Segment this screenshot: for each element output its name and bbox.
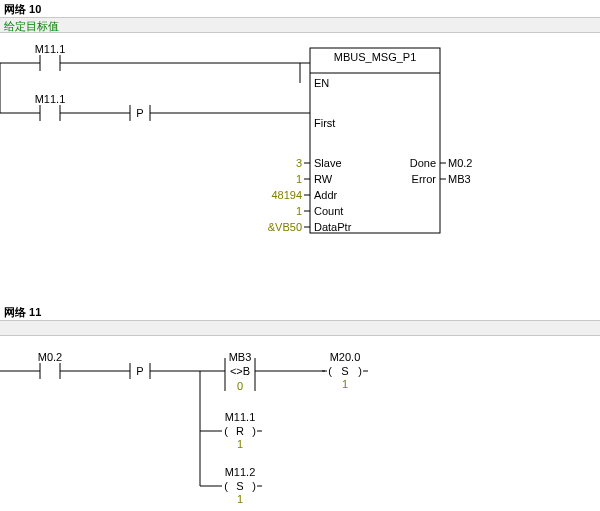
coil-r-label: M11.1 [225,411,256,423]
pin-slave: Slave [314,157,342,169]
val-done: M0.2 [448,157,472,169]
contact-first[interactable]: M11.1 [35,93,66,121]
cmp-op: <>B [230,365,250,377]
edge-p-2[interactable]: P [130,363,150,379]
svg-text:): ) [252,480,256,492]
contact-m02[interactable]: M0.2 [38,351,62,379]
pin-first: First [314,117,335,129]
coil-r-type: R [236,425,244,437]
pin-en: EN [314,77,329,89]
pin-error: Error [412,173,437,185]
coil-s-m112[interactable]: M11.2 ( S ) 1 [224,466,262,505]
coil-s2-type: S [236,480,243,492]
pin-count: Count [314,205,343,217]
svg-text:): ) [252,425,256,437]
coil-r-count: 1 [237,438,243,450]
coil-s-m20-count: 1 [342,378,348,390]
coil-s-m20-label: M20.0 [330,351,361,363]
contact-en[interactable]: M11.1 [35,43,66,71]
fb-mbus-msg[interactable]: MBUS_MSG_P1 EN First Slave RW Addr Count… [268,48,473,233]
coil-s2-label: M11.2 [225,466,256,478]
pin-done: Done [410,157,436,169]
rung-10: M11.1 M11.1 P [0,33,600,273]
fb-name: MBUS_MSG_P1 [334,51,417,63]
val-addr: 48194 [271,189,302,201]
network-comment[interactable] [0,320,600,336]
coil-r-m111[interactable]: M11.1 ( R ) 1 [224,411,262,450]
val-rw: 1 [296,173,302,185]
contact-first-label: M11.1 [35,93,66,105]
cmp-label: MB3 [229,351,252,363]
compare-mb3[interactable]: MB3 <>B 0 [225,351,255,392]
edge-p[interactable]: P [130,105,150,121]
coil-s-m20-type: S [341,365,348,377]
coil-s2-count: 1 [237,493,243,505]
svg-text:): ) [358,365,362,377]
edge-p-2-label: P [136,365,143,377]
pin-rw: RW [314,173,333,185]
network-title: 网络 11 [0,303,600,320]
svg-text:(: ( [328,365,332,377]
val-slave: 3 [296,157,302,169]
edge-p-label: P [136,107,143,119]
network-comment[interactable]: 给定目标值 [0,17,600,33]
svg-text:(: ( [224,480,228,492]
coil-s-m20[interactable]: M20.0 ( S ) 1 [322,351,368,390]
network-title: 网络 10 [0,0,600,17]
cmp-val: 0 [237,380,243,392]
contact-m02-label: M0.2 [38,351,62,363]
val-error: MB3 [448,173,471,185]
contact-en-label: M11.1 [35,43,66,55]
rung-11: M0.2 P MB3 <>B 0 [0,336,600,511]
svg-text:(: ( [224,425,228,437]
pin-dp: DataPtr [314,221,352,233]
val-dp: &VB50 [268,221,302,233]
val-count: 1 [296,205,302,217]
pin-addr: Addr [314,189,338,201]
